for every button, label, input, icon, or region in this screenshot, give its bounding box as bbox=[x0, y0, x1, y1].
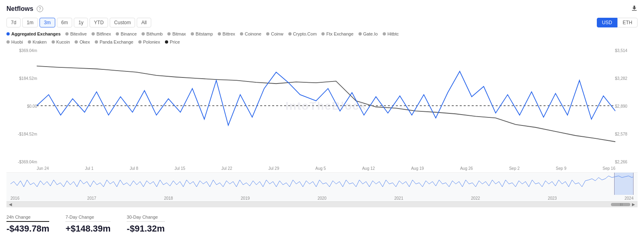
chart-inner: IntoTheBlock bbox=[37, 48, 615, 164]
legend-gateio[interactable]: Gate.Io bbox=[358, 31, 378, 36]
legend-dot-coinone bbox=[240, 32, 243, 36]
legend-dot-bitmax bbox=[167, 32, 171, 36]
currency-btn-usd[interactable]: USD bbox=[597, 18, 617, 27]
scroll-thumb[interactable] bbox=[611, 203, 630, 206]
main-chart-svg bbox=[37, 48, 615, 164]
legend-ftx[interactable]: Ftx Exchange bbox=[321, 31, 353, 36]
legend-bitexlive[interactable]: Bitexlive bbox=[65, 31, 87, 36]
currency-btn-eth[interactable]: ETH bbox=[617, 18, 638, 27]
legend-hitbtc[interactable]: Hitbtc bbox=[383, 31, 399, 36]
legend-dot-coinw bbox=[266, 32, 269, 36]
legend-poloniex[interactable]: Poloniex bbox=[138, 40, 160, 44]
mini-chart-inner bbox=[10, 173, 634, 195]
legend-dot-hitbtc bbox=[383, 32, 386, 36]
legend-dot-gateio bbox=[358, 32, 362, 36]
download-icon[interactable] bbox=[631, 5, 638, 13]
main-container: Netflows ? 7d 1m 3m 6m 1y YTD Custom All… bbox=[0, 0, 644, 236]
legend-kraken[interactable]: Kraken bbox=[28, 40, 47, 44]
title-area: Netflows ? bbox=[6, 5, 43, 13]
svg-rect-0 bbox=[632, 10, 637, 11]
legend-dot-kucoin bbox=[52, 40, 55, 44]
legend-kucoin[interactable]: Kucoin bbox=[52, 40, 70, 44]
stat-label-30d: 30-Day Change bbox=[127, 215, 165, 219]
stat-divider-30d bbox=[127, 221, 165, 222]
legend-dot-bithumb bbox=[142, 32, 145, 36]
legend-dot-aggregated bbox=[6, 32, 10, 36]
stat-label-7d: 7-Day Change bbox=[65, 215, 110, 219]
time-btn-3m[interactable]: 3m bbox=[40, 18, 55, 27]
legend-dot-bitfinex bbox=[92, 32, 95, 36]
scrollbar[interactable]: ◀ ▶ bbox=[6, 202, 638, 207]
stat-divider-24h bbox=[6, 221, 49, 222]
legend-bitfinex[interactable]: Bitfinex bbox=[92, 31, 111, 36]
stat-7d: 7-Day Change +$148.39m bbox=[65, 215, 110, 234]
legend-dot-poloniex bbox=[138, 40, 142, 44]
legend-bittrex[interactable]: Bittrex bbox=[218, 31, 235, 36]
stat-divider-7d bbox=[65, 221, 110, 222]
scroll-left-arrow[interactable]: ◀ bbox=[9, 203, 12, 207]
legend-dot-huobi bbox=[6, 40, 10, 44]
legend-coinone[interactable]: Coinone bbox=[240, 31, 261, 36]
stat-24h: 24h Change -$439.78m bbox=[6, 215, 49, 234]
mini-x-axis: 2016 2017 2018 2019 2020 2021 2022 2023 … bbox=[10, 195, 634, 201]
y-axis-right: $3,514 $3,282 $2,890 $2,578 $2,266 bbox=[613, 48, 638, 172]
mini-chart-selection[interactable] bbox=[614, 173, 634, 195]
legend-binance[interactable]: Binance bbox=[116, 31, 137, 36]
time-btn-all[interactable]: All bbox=[137, 18, 151, 27]
legend-okex[interactable]: Okex bbox=[75, 40, 90, 44]
legend-bitmax[interactable]: Bitmax bbox=[167, 31, 186, 36]
y-axis-left: $369.04m $184.52m $0.00 -$184.52m -$369.… bbox=[6, 48, 39, 172]
scroll-right-arrow[interactable]: ▶ bbox=[632, 203, 635, 207]
legend-aggregated[interactable]: Aggregated Exchanges bbox=[6, 31, 60, 36]
legend-huobi[interactable]: Huobi bbox=[6, 40, 23, 44]
help-icon[interactable]: ? bbox=[37, 6, 43, 12]
stat-30d: 30-Day Change -$91.32m bbox=[127, 215, 165, 234]
legend-bitstamp[interactable]: Bitstamp bbox=[191, 31, 213, 36]
legend-bithumb[interactable]: Bithumb bbox=[142, 31, 163, 36]
time-btn-1m[interactable]: 1m bbox=[22, 18, 38, 27]
legend-dot-panda bbox=[95, 40, 98, 44]
legend-row-2: Huobi Kraken Kucoin Okex Panda Exchange … bbox=[6, 40, 638, 44]
legend-dot-cryptocom bbox=[288, 32, 292, 36]
legend-coinw[interactable]: Coinw bbox=[266, 31, 283, 36]
legend-dot-bittrex bbox=[218, 32, 221, 36]
stats-row: 24h Change -$439.78m 7-Day Change +$148.… bbox=[6, 207, 638, 236]
time-btn-7d[interactable]: 7d bbox=[6, 18, 21, 27]
page-title: Netflows bbox=[6, 5, 33, 13]
currency-buttons: USD ETH bbox=[597, 18, 638, 27]
time-buttons: 7d 1m 3m 6m 1y YTD Custom All bbox=[6, 18, 151, 27]
stat-value-24h: -$439.78m bbox=[6, 223, 49, 234]
legend-dot-bitstamp bbox=[191, 32, 194, 36]
stat-value-30d: -$91.32m bbox=[127, 223, 165, 234]
stat-label-24h: 24h Change bbox=[6, 215, 49, 219]
x-axis: Jun 24 Jul 1 Jul 8 Jul 15 Jul 22 Jul 29 … bbox=[37, 164, 615, 172]
main-chart-area: $369.04m $184.52m $0.00 -$184.52m -$369.… bbox=[6, 48, 638, 173]
legend-dot-price bbox=[165, 40, 168, 44]
legend-dot-okex bbox=[75, 40, 78, 44]
legend-dot-ftx bbox=[321, 32, 325, 36]
stat-value-7d: +$148.39m bbox=[65, 223, 110, 234]
legend-dot-binance bbox=[116, 32, 119, 36]
header-row: Netflows ? bbox=[6, 5, 638, 13]
time-btn-ytd[interactable]: YTD bbox=[90, 18, 108, 27]
legend-panda[interactable]: Panda Exchange bbox=[95, 40, 133, 44]
mini-chart-area[interactable]: 2016 2017 2018 2019 2020 2021 2022 2023 … bbox=[6, 173, 638, 202]
controls-row: 7d 1m 3m 6m 1y YTD Custom All USD ETH bbox=[6, 18, 638, 27]
legend-dot-kraken bbox=[28, 40, 31, 44]
legend-cryptocom[interactable]: Crypto.Com bbox=[288, 31, 317, 36]
time-btn-custom[interactable]: Custom bbox=[110, 18, 135, 27]
legend-row-1: Aggregated Exchanges Bitexlive Bitfinex … bbox=[6, 31, 638, 36]
time-btn-1y[interactable]: 1y bbox=[74, 18, 88, 27]
legend-dot-bitexlive bbox=[65, 32, 69, 36]
mini-chart-svg bbox=[10, 173, 634, 195]
legend-price[interactable]: Price bbox=[165, 40, 180, 44]
time-btn-6m[interactable]: 6m bbox=[57, 18, 73, 27]
